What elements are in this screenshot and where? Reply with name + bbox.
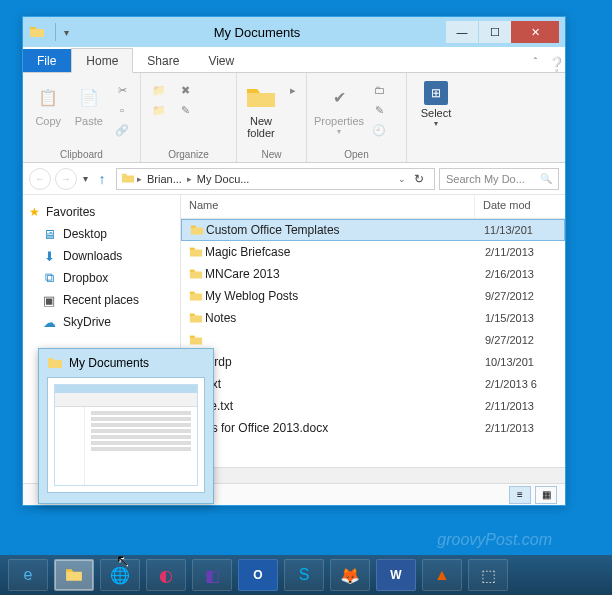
- file-row[interactable]: Magic Briefcase2/11/2013: [181, 241, 565, 263]
- sidebar-item-recent[interactable]: ▣Recent places: [23, 289, 180, 311]
- new-folder-button[interactable]: New folder: [245, 77, 277, 139]
- file-name: .txt: [205, 377, 485, 391]
- file-name: Notes: [205, 311, 485, 325]
- folder-icon: [188, 222, 206, 238]
- file-date: 2/1/2013 6: [485, 378, 565, 390]
- titlebar[interactable]: ▾ My Documents — ☐ ✕: [23, 17, 565, 47]
- rename-icon[interactable]: ✎: [175, 101, 195, 119]
- group-new-label: New: [245, 147, 298, 160]
- taskbar-app-icon[interactable]: ⬚: [468, 559, 508, 591]
- help-icon[interactable]: ❔: [547, 56, 565, 72]
- sidebar-item-downloads[interactable]: ⬇Downloads: [23, 245, 180, 267]
- taskbar-app-icon[interactable]: ◐: [146, 559, 186, 591]
- folder-icon: [187, 266, 205, 282]
- taskbar-vlc-icon[interactable]: ▲: [422, 559, 462, 591]
- file-date: 2/16/2013: [485, 268, 565, 280]
- search-input[interactable]: Search My Do...: [439, 168, 559, 190]
- thumbnail-title: My Documents: [69, 356, 149, 370]
- ribbon-tabs: File Home Share View ˆ ❔: [23, 47, 565, 73]
- select-button[interactable]: ⊞ Select▾: [415, 77, 457, 128]
- properties-button[interactable]: ✔Properties▾: [315, 77, 363, 136]
- folder-icon: [121, 171, 135, 187]
- folder-icon: [187, 288, 205, 304]
- column-headers: Name Date mod: [181, 195, 565, 219]
- new-item-icon[interactable]: ▸: [283, 81, 303, 99]
- file-row[interactable]: MNCare 20132/16/2013: [181, 263, 565, 285]
- file-row[interactable]: Notes1/15/2013: [181, 307, 565, 329]
- tab-share[interactable]: Share: [133, 49, 194, 72]
- crumb-segment[interactable]: My Docu...: [194, 173, 253, 185]
- copy-to-icon[interactable]: 📁: [149, 101, 169, 119]
- edit-icon[interactable]: ✎: [369, 101, 389, 119]
- taskbar-app-icon[interactable]: ◧: [192, 559, 232, 591]
- file-row[interactable]: Custom Office Templates11/13/201: [181, 219, 565, 241]
- taskbar-thumbnail-preview[interactable]: My Documents: [38, 348, 214, 504]
- open-icon[interactable]: 🗀: [369, 81, 389, 99]
- delete-icon[interactable]: ✖: [175, 81, 195, 99]
- nav-history-dropdown[interactable]: ▾: [83, 173, 88, 184]
- sidebar-item-desktop[interactable]: 🖥Desktop: [23, 223, 180, 245]
- horizontal-scrollbar[interactable]: [181, 467, 565, 483]
- taskbar-outlook-icon[interactable]: O: [238, 559, 278, 591]
- ribbon: 📋Copy 📄Paste ✂ ▫ 🔗 Clipboard 📁 📁: [23, 73, 565, 163]
- move-to-icon[interactable]: 📁: [149, 81, 169, 99]
- taskbar-explorer-icon[interactable]: [54, 559, 94, 591]
- column-date[interactable]: Date mod: [475, 195, 565, 218]
- back-button[interactable]: ←: [29, 168, 51, 190]
- file-name: Magic Briefcase: [205, 245, 485, 259]
- file-row[interactable]: My Weblog Posts9/27/2012: [181, 285, 565, 307]
- watermark: groovyPost.com: [437, 531, 552, 549]
- separator: [55, 23, 56, 41]
- folder-icon: [29, 24, 45, 40]
- tab-home[interactable]: Home: [71, 48, 133, 73]
- file-date: 9/27/2012: [485, 290, 565, 302]
- close-button[interactable]: ✕: [511, 21, 559, 43]
- thumbnail-image[interactable]: [47, 377, 205, 493]
- details-view-button[interactable]: ≡: [509, 486, 531, 504]
- up-button[interactable]: ↑: [92, 169, 112, 189]
- history-icon[interactable]: 🕘: [369, 121, 389, 139]
- file-date: 11/13/201: [484, 224, 564, 236]
- tab-view[interactable]: View: [194, 49, 249, 72]
- file-row[interactable]: .txt2/1/2013 6: [181, 373, 565, 395]
- group-organize-label: Organize: [149, 147, 228, 160]
- breadcrumb[interactable]: ▸ Brian... ▸ My Docu... ⌄ ↻: [116, 168, 435, 190]
- file-row[interactable]: 9/27/2012: [181, 329, 565, 351]
- favorites-header[interactable]: ★ Favorites: [23, 201, 180, 223]
- file-row[interactable]: es for Office 2013.docx2/11/2013: [181, 417, 565, 439]
- paste-shortcut-icon[interactable]: 🔗: [112, 121, 132, 139]
- taskbar-word-icon[interactable]: W: [376, 559, 416, 591]
- minimize-button[interactable]: —: [446, 21, 478, 43]
- taskbar-skype-icon[interactable]: S: [284, 559, 324, 591]
- tab-file[interactable]: File: [23, 49, 71, 72]
- refresh-button[interactable]: ↻: [408, 172, 430, 186]
- file-date: 2/11/2013: [485, 246, 565, 258]
- taskbar-ie-icon[interactable]: e: [8, 559, 48, 591]
- copy-path-icon[interactable]: ▫: [112, 101, 132, 119]
- column-name[interactable]: Name: [181, 195, 475, 218]
- file-name: ile.txt: [205, 399, 485, 413]
- taskbar-firefox-icon[interactable]: 🦊: [330, 559, 370, 591]
- file-row[interactable]: ile.txt2/11/2013: [181, 395, 565, 417]
- folder-icon: [187, 244, 205, 260]
- taskbar-chrome-icon[interactable]: 🌐: [100, 559, 140, 591]
- paste-button[interactable]: 📄Paste: [72, 77, 107, 127]
- cut-icon[interactable]: ✂: [112, 81, 132, 99]
- forward-button[interactable]: →: [55, 168, 77, 190]
- sidebar-item-dropbox[interactable]: ⧉Dropbox: [23, 267, 180, 289]
- sidebar-item-skydrive[interactable]: ☁SkyDrive: [23, 311, 180, 333]
- file-row[interactable]: lt.rdp10/13/201: [181, 351, 565, 373]
- file-list[interactable]: Custom Office Templates11/13/201Magic Br…: [181, 219, 565, 467]
- crumb-segment[interactable]: Brian...: [144, 173, 185, 185]
- ribbon-collapse-button[interactable]: ˆ: [526, 53, 545, 72]
- group-clipboard-label: Clipboard: [31, 147, 132, 160]
- file-date: 2/11/2013: [485, 422, 565, 434]
- file-date: 1/15/2013: [485, 312, 565, 324]
- crumb-dropdown-icon[interactable]: ⌄: [398, 174, 406, 184]
- copy-button[interactable]: 📋Copy: [31, 77, 66, 127]
- file-name: MNCare 2013: [205, 267, 485, 281]
- folder-icon: [187, 332, 205, 348]
- icons-view-button[interactable]: ▦: [535, 486, 557, 504]
- group-open-label: Open: [315, 147, 398, 160]
- maximize-button[interactable]: ☐: [479, 21, 511, 43]
